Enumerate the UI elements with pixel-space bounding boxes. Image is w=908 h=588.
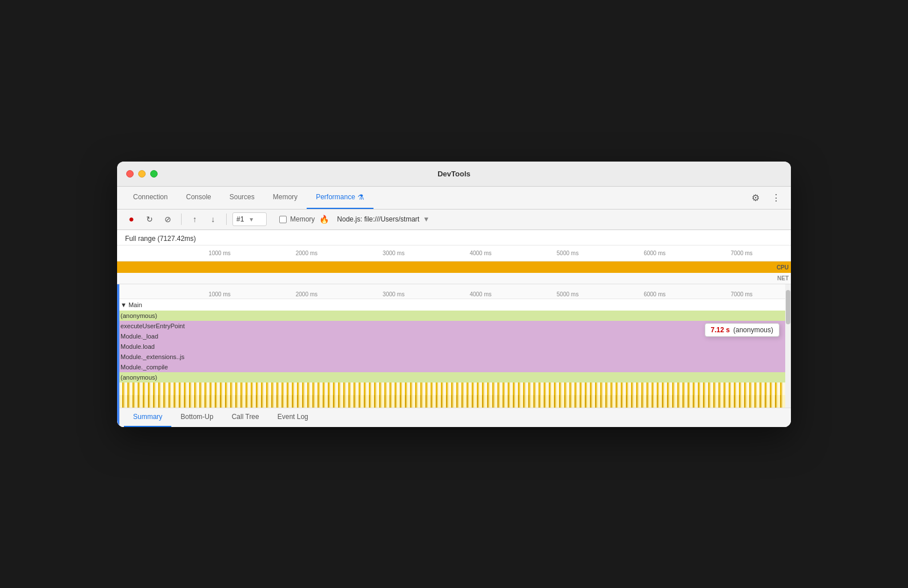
flame-row-label-anonymous1: (anonymous) <box>117 312 157 319</box>
main-section-label: ▼ Main <box>117 299 791 311</box>
target-selector[interactable]: Node.js: file:///Users/stmart ▼ <box>337 215 429 223</box>
flame-row-anonymous1[interactable]: (anonymous) <box>117 311 791 321</box>
net-label: NET <box>777 275 789 281</box>
tab-connection[interactable]: Connection <box>124 186 177 209</box>
scrollbar-thumb[interactable] <box>786 290 790 324</box>
range-label: Full range (7127.42ms) <box>125 235 196 243</box>
refresh-button[interactable]: ↻ <box>142 212 157 227</box>
close-button[interactable] <box>126 170 134 178</box>
timeline-ruler-top: 1000 ms 2000 ms 3000 ms 4000 ms 5000 ms … <box>117 245 791 261</box>
mark-2000: 2000 ms <box>296 250 318 256</box>
memory-checkbox[interactable] <box>279 216 287 223</box>
bottom-tab-bar: Summary Bottom-Up Call Tree Event Log <box>117 408 791 427</box>
tab-event-log[interactable]: Event Log <box>268 408 318 427</box>
titlebar: DevTools <box>117 162 791 187</box>
mark2-5000: 5000 ms <box>557 291 578 297</box>
memory-toggle: Memory <box>279 215 315 223</box>
tooltip-label: (anonymous) <box>733 326 773 334</box>
mark-4000: 4000 ms <box>469 250 491 256</box>
blue-indicator <box>117 284 119 408</box>
target-label: Node.js: file:///Users/stmart <box>337 215 419 223</box>
mark-5000: 5000 ms <box>557 250 578 256</box>
maximize-button[interactable] <box>150 170 158 178</box>
tab-bar: Connection Console Sources Memory Perfor… <box>117 187 791 210</box>
mark-3000: 3000 ms <box>383 250 404 256</box>
download-button[interactable]: ↓ <box>206 212 220 227</box>
minimize-button[interactable] <box>138 170 146 178</box>
tooltip: 7.12 s (anonymous) <box>705 323 780 337</box>
cpu-bar: CPU <box>117 261 791 273</box>
tab-memory[interactable]: Memory <box>264 186 307 209</box>
mark-1000: 1000 ms <box>208 250 230 256</box>
flame-row-module-load2[interactable]: Module.load <box>117 341 791 352</box>
flame-row-anonymous2[interactable]: (anonymous) <box>117 372 791 382</box>
tab-performance[interactable]: Performance ⚗ <box>307 186 373 209</box>
flame-icon: 🔥 <box>319 215 329 224</box>
mark2-2000: 2000 ms <box>296 291 318 297</box>
dropdown-arrow-icon: ▼ <box>248 216 254 223</box>
flame-chart-inner: 1000 ms 2000 ms 3000 ms 4000 ms 5000 ms … <box>117 284 791 408</box>
tooltip-time: 7.12 s <box>711 326 730 334</box>
devtools-window: DevTools Connection Console Sources Memo… <box>117 162 791 427</box>
tab-call-tree[interactable]: Call Tree <box>223 408 268 427</box>
cpu-label: CPU <box>777 264 789 270</box>
flame-row-label-module-compile: Module._compile <box>117 364 168 370</box>
divider2 <box>226 214 227 225</box>
secondary-toolbar: ● ↻ ⊘ ↑ ↓ #1 ▼ Memory 🔥 Node.js: file://… <box>117 210 791 230</box>
divider <box>181 214 182 225</box>
tab-list: Connection Console Sources Memory Perfor… <box>124 186 748 209</box>
mark2-1000: 1000 ms <box>208 291 230 297</box>
mark2-4000: 4000 ms <box>469 291 491 297</box>
mark2-3000: 3000 ms <box>383 291 404 297</box>
flame-row-module-ext[interactable]: Module._extensions..js <box>117 352 791 362</box>
mark2-6000: 6000 ms <box>644 291 665 297</box>
yellow-bars-1 <box>117 382 791 395</box>
session-label: #1 <box>236 215 244 223</box>
toolbar-actions: ⚙ ⋮ <box>748 190 784 206</box>
tab-bottom-up[interactable]: Bottom-Up <box>171 408 222 427</box>
flask-icon: ⚗ <box>357 193 364 202</box>
memory-label: Memory <box>290 215 315 223</box>
mark2-7000: 7000 ms <box>731 291 753 297</box>
flame-row-execute[interactable]: executeUserEntryPoint 7.12 s (anonymous) <box>117 321 791 331</box>
vertical-scrollbar[interactable] <box>785 284 791 408</box>
flame-row-label-anonymous2: (anonymous) <box>117 374 157 381</box>
flame-row-label-module-load: Module._load <box>117 333 158 340</box>
record-button[interactable]: ● <box>124 212 139 227</box>
timeline-ruler-bottom: 1000 ms 2000 ms 3000 ms 4000 ms 5000 ms … <box>117 284 791 299</box>
target-dropdown-icon: ▼ <box>423 215 429 223</box>
content-area: Full range (7127.42ms) 1000 ms 2000 ms 3… <box>117 230 791 427</box>
flame-row-label-module-load2: Module.load <box>117 343 155 350</box>
clear-button[interactable]: ⊘ <box>160 212 175 227</box>
flame-row-module-load[interactable]: Module._load <box>117 331 791 341</box>
range-header: Full range (7127.42ms) <box>117 230 791 245</box>
traffic-lights <box>126 170 158 178</box>
flame-row-module-compile[interactable]: Module._compile <box>117 362 791 372</box>
tab-console[interactable]: Console <box>177 186 220 209</box>
cpu-section: CPU <box>117 261 791 273</box>
window-title: DevTools <box>437 170 471 178</box>
settings-button[interactable]: ⚙ <box>748 190 764 206</box>
tab-summary[interactable]: Summary <box>124 408 171 427</box>
mark-7000: 7000 ms <box>731 250 753 256</box>
upload-button[interactable]: ↑ <box>187 212 202 227</box>
flame-row-label-module-ext: Module._extensions..js <box>117 353 184 360</box>
tab-sources[interactable]: Sources <box>220 186 264 209</box>
net-bar: NET <box>117 273 791 284</box>
yellow-bars-2 <box>117 395 791 408</box>
session-selector[interactable]: #1 ▼ <box>232 212 267 226</box>
flame-row-label-execute: executeUserEntryPoint <box>117 323 185 329</box>
more-menu-button[interactable]: ⋮ <box>768 190 784 206</box>
flame-chart-area: 1000 ms 2000 ms 3000 ms 4000 ms 5000 ms … <box>117 284 791 408</box>
ruler-marks-top: 1000 ms 2000 ms 3000 ms 4000 ms 5000 ms … <box>122 245 791 261</box>
mark-6000: 6000 ms <box>644 250 665 256</box>
